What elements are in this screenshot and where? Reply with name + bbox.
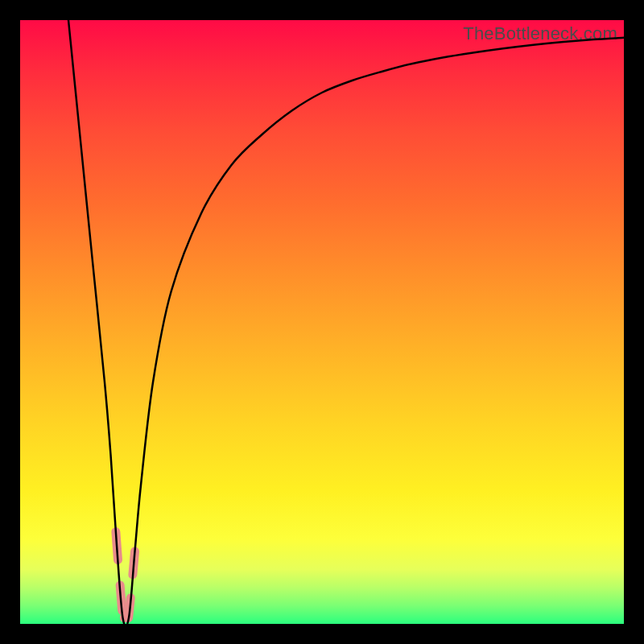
curve-layer: [20, 20, 624, 624]
chart-frame: TheBottleneck.com: [0, 0, 644, 644]
plot-area: TheBottleneck.com: [20, 20, 624, 624]
bottleneck-curve-path: [68, 20, 624, 626]
